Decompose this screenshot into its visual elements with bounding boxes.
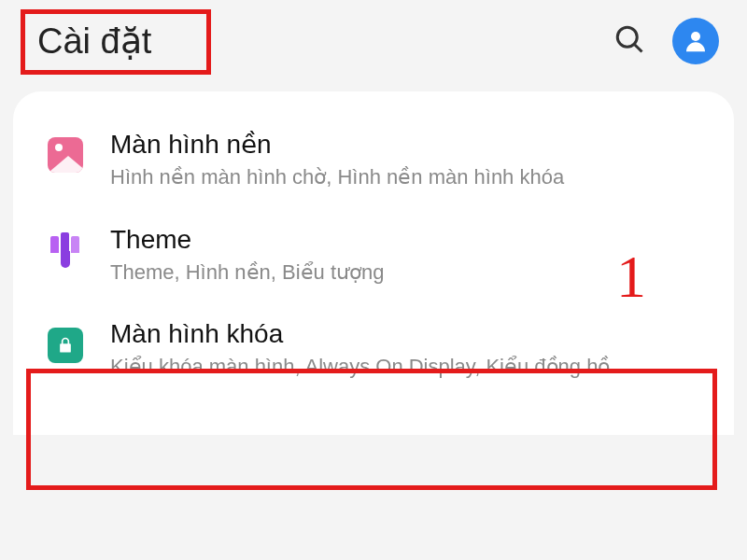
lock-icon (43, 323, 88, 368)
settings-item-lockscreen[interactable]: Màn hình khóa Kiểu khóa màn hình, Always… (13, 302, 734, 398)
svg-point-0 (617, 27, 637, 47)
item-title: Màn hình khóa (110, 319, 704, 349)
header: Cài đặt (0, 0, 747, 82)
item-subtitle: Kiểu khóa màn hình, Always On Display, K… (110, 353, 704, 381)
page-title: Cài đặt (28, 17, 168, 65)
header-actions (613, 18, 719, 64)
settings-item-wallpaper[interactable]: Màn hình nền Hình nền màn hình chờ, Hình… (13, 112, 734, 208)
profile-button[interactable] (672, 18, 719, 64)
step-annotation: 1 (616, 243, 646, 312)
profile-icon (682, 27, 710, 55)
svg-point-2 (691, 32, 700, 41)
item-title: Màn hình nền (110, 129, 704, 160)
theme-icon (43, 229, 88, 273)
settings-screen: Cài đặt Màn hình nền Hì (0, 0, 747, 560)
item-title: Theme (110, 225, 704, 255)
svg-line-1 (635, 45, 642, 52)
search-button[interactable] (613, 22, 646, 60)
search-icon (613, 22, 646, 56)
item-subtitle: Theme, Hình nền, Biểu tượng (110, 259, 704, 287)
item-subtitle: Hình nền màn hình chờ, Hình nền màn hình… (110, 163, 704, 191)
wallpaper-icon (43, 133, 88, 177)
